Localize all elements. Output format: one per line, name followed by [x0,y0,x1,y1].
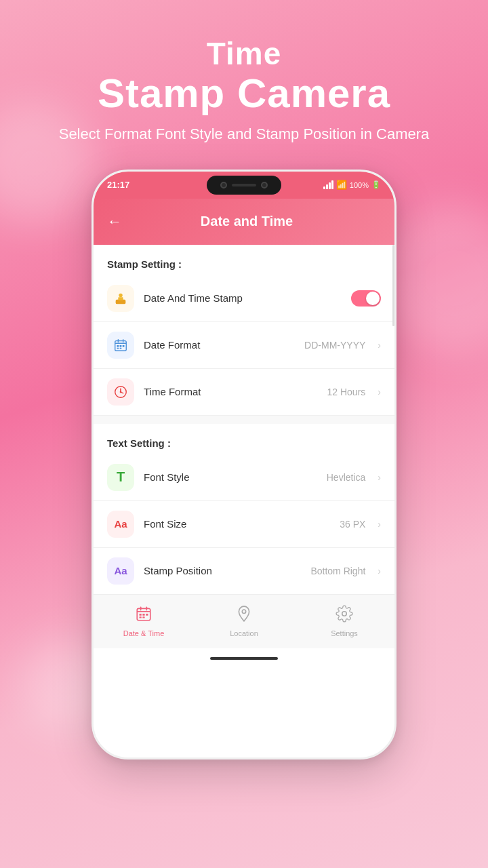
font-style-label: Font Style [144,471,317,483]
svg-point-25 [242,610,245,613]
font-style-chevron: › [378,472,381,483]
stamp-section-label: Stamp Setting : [94,245,394,275]
font-size-chevron: › [378,519,381,530]
stamp-icon [107,285,134,312]
nav-date-time-icon [135,605,152,627]
time-format-label: Time Format [144,386,318,397]
font-size-row[interactable]: Aa Font Size 36 PX › [94,501,394,548]
date-format-chevron: › [378,340,381,351]
phone-mockup: 21:17 📶 100% 🔋 ← Date and Tim [92,170,396,760]
svg-point-15 [120,391,122,393]
date-format-row[interactable]: Date Format DD-MM-YYYY › [94,322,394,369]
bottom-nav: Date & Time Location Set [94,594,394,648]
stamp-toggle[interactable] [351,290,381,307]
home-indicator [94,648,394,669]
app-title-line1: Time [32,35,457,72]
status-bar: 21:17 📶 100% 🔋 [94,172,394,199]
app-title-line2: Stamp Camera [32,72,457,115]
time-format-value: 12 Hours [327,387,366,397]
date-format-icon [107,332,134,359]
font-size-icon: Aa [107,511,134,538]
stamp-position-icon: Aa [107,557,134,585]
font-style-icon: T [107,464,134,491]
svg-rect-7 [117,345,119,347]
date-format-value: DD-MM-YYYY [304,340,365,351]
svg-rect-23 [140,617,142,618]
svg-rect-24 [142,617,144,618]
notch-camera-2 [261,182,268,189]
signal-icon [323,180,333,189]
stamp-position-value: Bottom Right [310,566,365,576]
font-size-value: 36 PX [340,519,365,530]
nav-item-location[interactable]: Location [194,605,294,637]
stamp-toggle-row[interactable]: Date And Time Stamp [94,275,394,322]
svg-rect-10 [117,347,119,349]
svg-rect-22 [146,614,148,616]
notch-camera [220,182,227,189]
svg-point-26 [342,612,347,616]
svg-point-2 [119,293,123,297]
battery-value: 100% [350,181,369,189]
svg-rect-9 [123,345,125,347]
nav-item-settings[interactable]: Settings [294,605,394,637]
time-format-chevron: › [378,387,381,397]
font-style-value: Hevletica [327,472,366,483]
svg-rect-8 [120,345,122,347]
section-divider [94,416,394,424]
back-button[interactable]: ← [107,213,122,231]
toggle-knob [366,292,380,305]
nav-settings-label: Settings [331,629,358,637]
svg-rect-11 [120,347,122,349]
svg-rect-21 [142,614,144,616]
battery-icon: 🔋 [371,180,381,189]
app-header-section: Time Stamp Camera Select Format Font Sty… [32,0,457,145]
stamp-position-row[interactable]: Aa Stamp Position Bottom Right › [94,548,394,594]
nav-date-time-label: Date & Time [123,629,165,637]
font-size-label: Font Size [144,518,330,530]
nav-item-date-time[interactable]: Date & Time [94,605,194,637]
stamp-position-chevron: › [378,566,381,576]
nav-location-label: Location [230,629,258,637]
stamp-position-label: Stamp Position [144,565,301,576]
time-format-icon [107,378,134,406]
screen-content: Stamp Setting : Date And Time Stamp [94,245,394,594]
svg-rect-0 [116,300,126,304]
wifi-icon: 📶 [336,180,347,190]
screen-header: ← Date and Time [94,199,394,245]
date-format-label: Date Format [144,339,295,351]
notch-speaker [232,184,256,186]
screen-title: Date and Time [133,214,361,229]
phone-notch [207,176,281,195]
home-bar [210,657,278,660]
nav-settings-icon [336,605,353,627]
font-style-row[interactable]: T Font Style Hevletica › [94,454,394,501]
status-time: 21:17 [107,180,129,190]
status-icons: 📶 100% 🔋 [323,180,381,190]
phone-frame: 21:17 📶 100% 🔋 ← Date and Tim [92,170,396,760]
nav-location-icon [235,605,253,627]
svg-rect-1 [118,297,123,300]
text-section-label: Text Setting : [94,424,394,454]
time-format-row[interactable]: Time Format 12 Hours › [94,369,394,416]
app-subtitle: Select Format Font Style and Stamp Posit… [32,124,457,145]
scroll-indicator [392,245,394,326]
stamp-label: Date And Time Stamp [144,292,342,304]
svg-rect-20 [140,614,142,616]
